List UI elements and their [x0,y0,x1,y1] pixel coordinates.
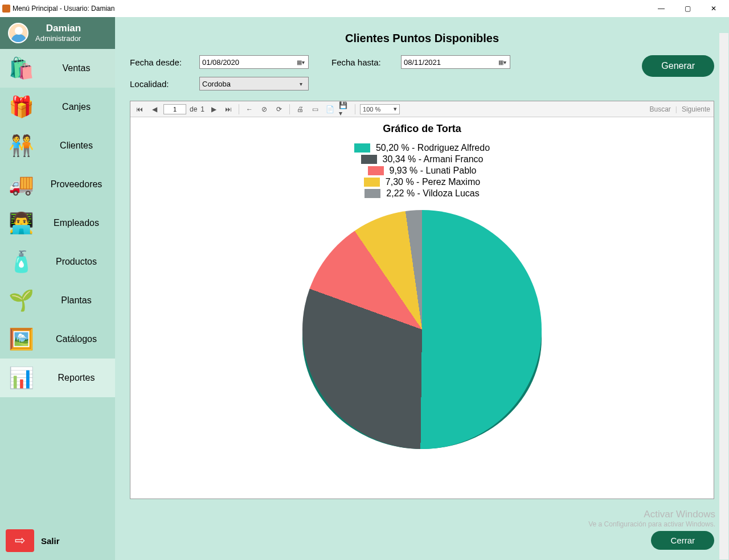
to-date-value: 08/11/2021 [404,58,441,67]
report-body: Gráfico de Torta 50,20 % - Rodriguez Alf… [130,117,714,499]
legend-label: 7,30 % - Perez Maximo [386,177,480,187]
report-viewer: ⏮ ◀ de 1 ▶ ⏭ ← ⊘ ⟳ 🖨 ▭ 📄 💾▾ 100 % ▾ [130,101,714,499]
sidebar-item-plantas[interactable]: 🌱 Plantas [0,281,115,320]
stop-button[interactable]: ⊘ [259,104,270,115]
legend-row: 7,30 % - Perez Maximo [364,177,480,187]
sidebar-item-proveedores[interactable]: 🚚 Proveedores [0,165,115,204]
prev-page-button[interactable]: ◀ [149,104,160,115]
sidebar-menu: 🛍️ Ventas 🎁 Canjes 🧑‍🤝‍🧑 Clientes 🚚 Prov… [0,49,115,521]
sidebar-item-productos[interactable]: 🧴 Productos [0,242,115,281]
titlebar: Menú Principal - Usuario: Damian — ▢ ✕ [0,0,729,17]
truck-icon: 🚚 [7,170,35,199]
calendar-icon: ▦▾ [497,57,507,67]
chart-title: Gráfico de Torta [134,123,710,135]
window-title: Menú Principal - Usuario: Damian [13,5,114,13]
user-header: Damian Administrador [0,17,115,49]
search-link[interactable]: Buscar [649,105,670,113]
user-name: Damian [46,23,81,34]
to-date-input[interactable]: 08/11/2021 ▦▾ [401,55,510,69]
page-of-label: de [190,105,197,113]
sidebar-item-label: Productos [44,257,108,267]
catalog-icon: 🖼️ [7,325,35,353]
from-date-label: Fecha desde: [130,57,187,67]
user-role: Administrador [35,34,81,43]
page-total: 1 [200,105,204,113]
avatar [8,23,28,43]
main-panel: Clientes Puntos Disponibles Fecha desde:… [115,17,729,560]
generate-button[interactable]: Generar [642,55,714,77]
next-page-button[interactable]: ▶ [208,104,219,115]
sidebar-item-label: Empleados [44,218,108,228]
refresh-button[interactable]: ⟳ [273,104,285,115]
zoom-select[interactable]: 100 % ▾ [360,104,400,114]
legend-label: 9,93 % - Lunati Pablo [390,166,477,176]
employee-icon: 👨‍💻 [7,209,35,237]
maximize-button[interactable]: ▢ [674,0,701,17]
pie-chart [302,210,542,449]
sidebar-item-canjes[interactable]: 🎁 Canjes [0,88,115,126]
sidebar-item-label: Clientes [44,141,108,151]
exit-label: Salir [41,536,60,546]
report-icon: 📊 [7,364,35,392]
scrollbar[interactable] [719,33,728,559]
close-window-button[interactable]: ✕ [701,0,727,17]
next-result-link[interactable]: Siguiente [682,105,710,113]
app-icon [2,5,10,13]
sidebar-item-reportes[interactable]: 📊 Reportes [0,359,115,397]
sidebar-item-label: Proveedores [44,179,108,190]
page-setup-button[interactable]: 📄 [324,104,335,115]
chevron-down-icon: ▾ [296,79,306,89]
locality-select[interactable]: Cordoba ▾ [199,77,309,90]
exit-icon: ⇨ [6,529,34,552]
layout-button[interactable]: ▭ [309,104,321,115]
legend-swatch [368,166,384,175]
sidebar-item-catalogos[interactable]: 🖼️ Catálogos [0,320,115,359]
gift-icon: 🎁 [7,93,35,121]
sidebar-item-label: Ventas [44,63,108,73]
windows-watermark: Activar Windows Ve a Configuración para … [588,509,715,528]
legend-label: 2,22 % - Vildoza Lucas [386,188,479,199]
legend-row: 2,22 % - Vildoza Lucas [364,188,479,199]
legend-label: 30,34 % - Armani Franco [383,154,484,164]
legend-row: 50,20 % - Rodriguez Alfredo [354,143,490,153]
close-button[interactable]: Cerrar [651,531,714,550]
spray-icon: 🧴 [7,248,35,276]
legend-swatch [354,143,370,153]
back-nav-button[interactable]: ← [244,104,255,115]
sidebar-item-clientes[interactable]: 🧑‍🤝‍🧑 Clientes [0,126,115,165]
chevron-down-icon: ▾ [394,105,397,113]
legend-row: 30,34 % - Armani Franco [361,154,484,164]
print-button[interactable]: 🖨 [294,104,306,115]
page-title: Clientes Puntos Disponibles [130,32,714,45]
locality-label: Localidad: [130,79,187,89]
locality-value: Cordoba [202,80,231,88]
report-toolbar: ⏮ ◀ de 1 ▶ ⏭ ← ⊘ ⟳ 🖨 ▭ 📄 💾▾ 100 % ▾ [130,101,714,117]
sidebar: Damian Administrador 🛍️ Ventas 🎁 Canjes … [0,17,115,560]
sidebar-item-label: Canjes [44,102,108,112]
sidebar-item-label: Plantas [44,295,108,306]
to-date-label: Fecha hasta: [331,57,388,67]
first-page-button[interactable]: ⏮ [134,104,145,115]
clients-icon: 🧑‍🤝‍🧑 [7,131,35,160]
page-input[interactable] [163,104,186,114]
zoom-value: 100 % [363,106,380,113]
legend-swatch [364,178,380,187]
sidebar-item-ventas[interactable]: 🛍️ Ventas [0,49,115,88]
sidebar-item-label: Reportes [44,373,108,383]
last-page-button[interactable]: ⏭ [223,104,234,115]
chart-legend: 50,20 % - Rodriguez Alfredo 30,34 % - Ar… [134,143,710,199]
minimize-button[interactable]: — [648,0,674,17]
exit-button[interactable]: ⇨ Salir [0,521,115,560]
legend-row: 9,93 % - Lunati Pablo [368,166,477,176]
export-button[interactable]: 💾▾ [339,104,350,115]
sale-icon: 🛍️ [7,54,35,83]
sidebar-item-empleados[interactable]: 👨‍💻 Empleados [0,204,115,242]
sidebar-item-label: Catálogos [44,334,108,344]
legend-swatch [361,155,377,164]
calendar-icon: ▦▾ [296,57,306,67]
legend-label: 50,20 % - Rodriguez Alfredo [376,143,490,153]
legend-swatch [364,189,380,198]
from-date-input[interactable]: 01/08/2020 ▦▾ [199,55,309,69]
plant-icon: 🌱 [7,286,35,315]
from-date-value: 01/08/2020 [202,58,239,67]
